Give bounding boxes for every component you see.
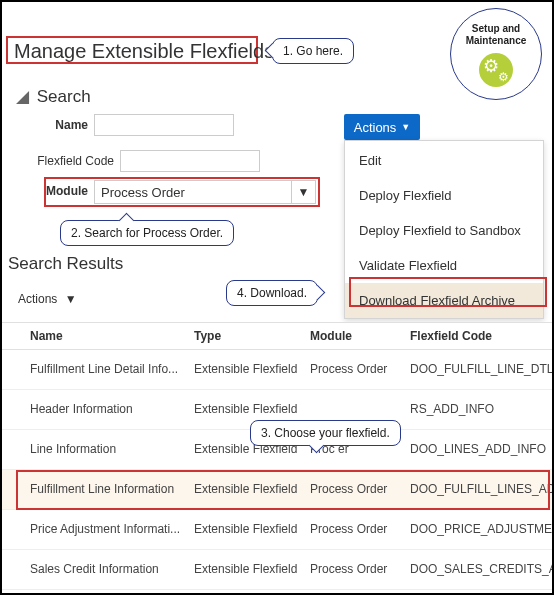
name-input[interactable] [94, 114, 234, 136]
results-actions-label: Actions [18, 292, 57, 306]
table-row[interactable]: Fulfillment Line Detail Info... Extensib… [2, 350, 552, 390]
chevron-down-icon: ▼ [401, 122, 410, 132]
callout-1: 1. Go here. [272, 38, 354, 64]
col-name: Name [30, 329, 63, 343]
menu-item-deploy[interactable]: Deploy Flexfield [345, 178, 543, 213]
module-highlight-box [44, 177, 320, 207]
col-code: Flexfield Code [410, 329, 492, 343]
menu-item-edit[interactable]: Edit [345, 141, 543, 178]
cell-type: Extensible Flexfield [194, 402, 297, 416]
cell-code: DOO_SALES_CREDITS_ADD_INF [410, 562, 554, 576]
badge-line2: Maintenance [466, 35, 527, 46]
collapse-icon: ◢ [16, 86, 29, 107]
actions-menu-button[interactable]: Actions ▼ [344, 114, 420, 140]
cell-code: DOO_PRICE_ADJUSTMENTS_ADD [410, 522, 554, 536]
cell-name: Header Information [30, 402, 133, 416]
cell-module: Process Order [310, 562, 387, 576]
cell-code: DOO_LINES_ADD_INFO [410, 442, 546, 456]
search-section-header[interactable]: ◢ Search [16, 86, 91, 107]
callout-2: 2. Search for Process Order. [60, 220, 234, 246]
flexfield-code-input[interactable] [120, 150, 260, 172]
cell-type: Extensible Flexfield [194, 362, 297, 376]
actions-menu-label: Actions [354, 120, 397, 135]
callout-3: 3. Choose your flexfield. [250, 420, 401, 446]
gear-icon [479, 53, 513, 87]
badge-line1: Setup and [472, 23, 520, 34]
cell-type: Extensible Flexfield [194, 522, 297, 536]
cell-module: Process Order [310, 362, 387, 376]
callout-4: 4. Download. [226, 280, 318, 306]
col-module: Module [310, 329, 352, 343]
label-flexfield-code: Flexfield Code [2, 154, 114, 168]
page-title: Manage Extensible Flexfields [10, 40, 278, 63]
cell-name: Price Adjustment Informati... [30, 522, 180, 536]
cell-code: RS_ADD_INFO [410, 402, 494, 416]
results-header: Search Results [8, 254, 123, 274]
table-row[interactable]: Sales Credit Information Extensible Flex… [2, 550, 552, 590]
cell-name: Fulfillment Line Detail Info... [30, 362, 178, 376]
chevron-down-icon: ▼ [65, 292, 77, 306]
search-header-label: Search [37, 87, 91, 106]
row-highlight-box [16, 470, 550, 510]
label-name: Name [26, 118, 88, 132]
menu-item-deploy-sandbox[interactable]: Deploy Flexfield to Sandbox [345, 213, 543, 248]
download-highlight-box [349, 277, 547, 307]
cell-module: Process Order [310, 522, 387, 536]
cell-code: DOO_FULFILL_LINE_DTLS_ADD_... [410, 362, 554, 376]
setup-maintenance-badge[interactable]: Setup and Maintenance [450, 8, 542, 100]
results-table-header: Name Type Module Flexfield Code [2, 322, 552, 350]
col-type: Type [194, 329, 221, 343]
cell-name: Sales Credit Information [30, 562, 159, 576]
cell-type: Extensible Flexfield [194, 562, 297, 576]
cell-name: Line Information [30, 442, 116, 456]
table-row[interactable]: Price Adjustment Informati... Extensible… [2, 510, 552, 550]
results-actions[interactable]: Actions ▼ [18, 292, 77, 306]
